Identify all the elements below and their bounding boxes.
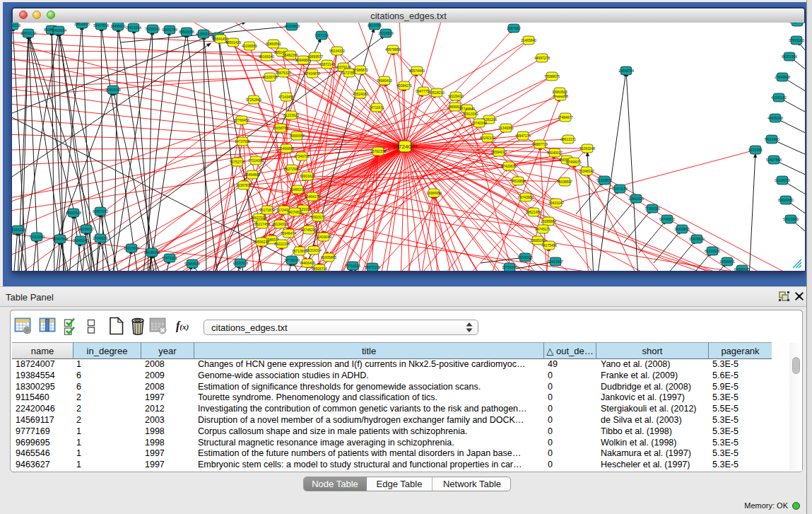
svg-text:10433218: 10433218 xyxy=(12,23,20,28)
svg-text:56464170: 56464170 xyxy=(305,194,320,199)
svg-text:57262849: 57262849 xyxy=(246,98,261,102)
svg-text:53315869: 53315869 xyxy=(783,217,799,221)
svg-text:56670106: 56670106 xyxy=(365,265,380,269)
svg-text:45494808: 45494808 xyxy=(245,173,260,177)
svg-text:95134332: 95134332 xyxy=(329,49,345,53)
svg-text:57871331: 57871331 xyxy=(162,256,177,260)
svg-text:09521456: 09521456 xyxy=(526,210,541,214)
svg-text:13518233: 13518233 xyxy=(429,90,445,95)
svg-text:64887719: 64887719 xyxy=(532,142,548,146)
svg-text:06594013: 06594013 xyxy=(491,150,507,154)
svg-text:43699577: 43699577 xyxy=(307,54,323,59)
svg-text:71093248: 71093248 xyxy=(579,146,595,151)
svg-text:96965328: 96965328 xyxy=(12,228,25,232)
svg-text:69222196: 69222196 xyxy=(274,242,290,246)
svg-text:26217459: 26217459 xyxy=(254,222,270,226)
svg-text:34738299: 34738299 xyxy=(284,258,300,262)
svg-text:81219136: 81219136 xyxy=(705,249,720,253)
svg-text:24745171: 24745171 xyxy=(535,227,551,231)
svg-text:48932528: 48932528 xyxy=(66,211,81,215)
svg-text:62473178: 62473178 xyxy=(612,187,628,191)
svg-text:8813054: 8813054 xyxy=(367,23,382,28)
svg-text:82620450: 82620450 xyxy=(778,198,794,202)
svg-text:83503056: 83503056 xyxy=(179,30,194,34)
svg-text:18506716: 18506716 xyxy=(312,267,327,271)
svg-text:08613171: 08613171 xyxy=(560,137,576,141)
svg-text:56482366: 56482366 xyxy=(283,53,298,57)
svg-text:63421607: 63421607 xyxy=(548,259,563,264)
svg-text:93792374: 93792374 xyxy=(370,149,386,153)
svg-text:50752735: 50752735 xyxy=(230,160,245,164)
svg-text:64746872: 64746872 xyxy=(659,217,675,221)
svg-text:60883561: 60883561 xyxy=(266,42,281,46)
svg-text:93676320: 93676320 xyxy=(276,71,291,75)
svg-text:14737996: 14737996 xyxy=(235,139,250,144)
svg-text:83242102: 83242102 xyxy=(480,136,495,140)
svg-text:57986872: 57986872 xyxy=(353,68,368,72)
svg-text:90913341: 90913341 xyxy=(463,112,478,116)
svg-text:8215955: 8215955 xyxy=(748,148,763,152)
svg-text:56272980: 56272980 xyxy=(284,167,300,171)
svg-text:20465375: 20465375 xyxy=(290,187,305,192)
svg-text:85574443: 85574443 xyxy=(409,69,425,73)
svg-text:74016400: 74016400 xyxy=(764,137,779,141)
svg-text:03413164: 03413164 xyxy=(126,25,141,30)
svg-text:16658760: 16658760 xyxy=(273,126,288,130)
svg-text:71012269: 71012269 xyxy=(29,235,45,239)
svg-text:71349361: 71349361 xyxy=(498,126,514,130)
svg-text:12419049: 12419049 xyxy=(316,235,331,239)
svg-text:94406409: 94406409 xyxy=(300,261,315,265)
svg-text:16697848: 16697848 xyxy=(52,237,68,241)
svg-text:48175496: 48175496 xyxy=(541,243,557,247)
svg-text:87429671: 87429671 xyxy=(501,164,517,168)
svg-text:89638346: 89638346 xyxy=(144,250,160,255)
svg-text:23226025: 23226025 xyxy=(517,255,533,259)
svg-text:81223623: 81223623 xyxy=(283,113,299,117)
svg-text:00978820: 00978820 xyxy=(689,237,705,241)
svg-text:23511615: 23511615 xyxy=(74,23,90,26)
svg-text:67468071: 67468071 xyxy=(566,160,582,164)
svg-text:21465840: 21465840 xyxy=(521,38,536,42)
svg-text:2087682: 2087682 xyxy=(507,26,521,30)
svg-text:33754330: 33754330 xyxy=(502,265,517,269)
svg-text:10648784: 10648784 xyxy=(618,69,634,73)
svg-text:23285884: 23285884 xyxy=(541,219,556,223)
svg-text:77360260: 77360260 xyxy=(645,206,660,211)
svg-text:41241182: 41241182 xyxy=(771,95,787,100)
svg-text:09477752: 09477752 xyxy=(416,89,431,93)
svg-text:73872148: 73872148 xyxy=(319,62,335,66)
svg-text:80957015: 80957015 xyxy=(93,209,108,214)
svg-text:04556238: 04556238 xyxy=(254,240,269,244)
svg-text:20053346: 20053346 xyxy=(105,88,121,92)
svg-text:41395376: 41395376 xyxy=(196,32,211,36)
svg-text:43524082: 43524082 xyxy=(353,92,368,96)
svg-text:40196556: 40196556 xyxy=(242,44,257,48)
svg-text:93745299: 93745299 xyxy=(301,228,317,232)
svg-text:84251354: 84251354 xyxy=(782,54,797,59)
svg-text:95171870: 95171870 xyxy=(259,208,275,212)
svg-text:66319314: 66319314 xyxy=(306,248,322,252)
svg-text:52427868: 52427868 xyxy=(766,158,782,162)
svg-text:91905865: 91905865 xyxy=(321,255,336,259)
svg-text:74074821: 74074821 xyxy=(287,210,302,214)
svg-text:79402654: 79402654 xyxy=(51,28,66,33)
svg-text:90229413: 90229413 xyxy=(448,94,464,98)
svg-text:70348247: 70348247 xyxy=(579,169,594,173)
svg-text:51333872: 51333872 xyxy=(596,178,612,182)
svg-text:76627028: 76627028 xyxy=(251,216,266,220)
svg-text:76038597: 76038597 xyxy=(557,180,572,184)
svg-text:09743953: 09743953 xyxy=(518,195,534,199)
svg-text:34309805: 34309805 xyxy=(674,227,690,231)
svg-text:27048281: 27048281 xyxy=(93,236,108,240)
svg-text:19600133: 19600133 xyxy=(20,31,36,35)
svg-text:18227824: 18227824 xyxy=(124,246,139,250)
svg-text:16033809: 16033809 xyxy=(284,24,300,28)
svg-text:33963605: 33963605 xyxy=(552,90,567,94)
svg-text:09134316: 09134316 xyxy=(272,222,288,226)
svg-text:01128059: 01128059 xyxy=(775,178,790,182)
svg-text:50983930: 50983930 xyxy=(184,262,200,266)
svg-text:75946474: 75946474 xyxy=(281,231,296,235)
svg-text:98169340: 98169340 xyxy=(259,54,274,59)
svg-text:49578856: 49578856 xyxy=(385,47,401,52)
svg-text:16328708: 16328708 xyxy=(262,75,278,79)
